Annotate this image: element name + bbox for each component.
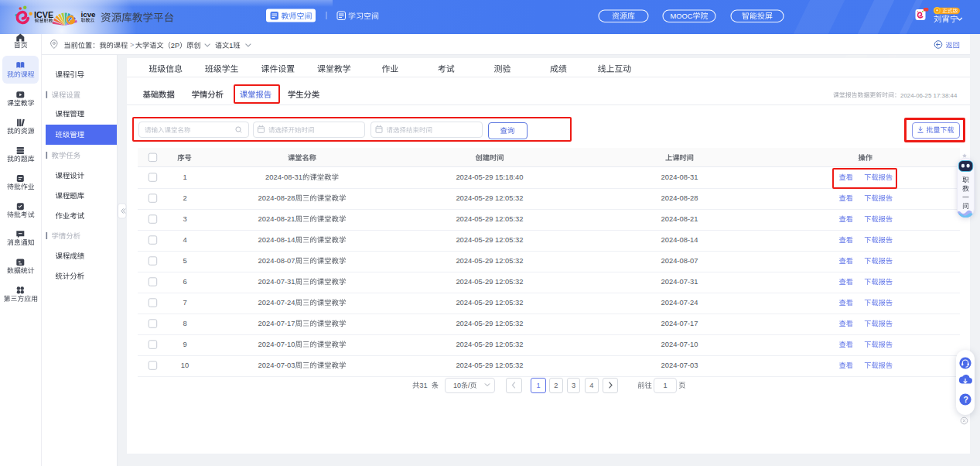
svg-text:10: 10 (181, 361, 189, 369)
svg-text:2024-05-29 12:05:32: 2024-05-29 12:05:32 (456, 214, 523, 223)
svg-text:2024-07-17: 2024-07-17 (258, 319, 295, 327)
svg-text:2024-08-14: 2024-08-14 (258, 235, 295, 244)
svg-text:2024-05-29 12:05:32: 2024-05-29 12:05:32 (456, 277, 523, 286)
svg-text:2024-05-29 12:05:32: 2024-05-29 12:05:32 (456, 194, 523, 202)
svg-text:>: > (130, 41, 134, 49)
svg-text:1: 1 (663, 382, 667, 389)
svg-text:2024-07-24: 2024-07-24 (661, 298, 698, 307)
svg-text:2024-08-31: 2024-08-31 (661, 173, 698, 181)
svg-text:2: 2 (183, 194, 186, 202)
svg-text:2024-08-07: 2024-08-07 (661, 256, 698, 265)
svg-text:3: 3 (183, 214, 186, 223)
svg-text:4: 4 (589, 382, 593, 389)
svg-text:2024-05-29 12:05:32: 2024-05-29 12:05:32 (456, 235, 523, 244)
svg-text:2024-07-03: 2024-07-03 (258, 361, 295, 369)
svg-text:31: 31 (419, 382, 427, 389)
svg-text:2024-07-10: 2024-07-10 (258, 340, 295, 348)
svg-text:ICVE: ICVE (34, 10, 53, 19)
svg-text:2024-07-17: 2024-07-17 (661, 319, 698, 327)
svg-text:2024-08-31: 2024-08-31 (265, 173, 302, 181)
svg-text:MOOC: MOOC (671, 12, 693, 20)
svg-text:5: 5 (183, 256, 186, 265)
svg-text:2024-05-29 12:05:32: 2024-05-29 12:05:32 (456, 298, 523, 307)
svg-text:8: 8 (183, 319, 186, 327)
svg-text:?: ? (964, 395, 968, 404)
svg-text:6: 6 (183, 277, 186, 286)
svg-text:2P: 2P (171, 42, 179, 50)
svg-text:2024-07-10: 2024-07-10 (661, 340, 698, 348)
svg-text:1: 1 (229, 42, 233, 50)
svg-text:2024-05-29 12:05:32: 2024-05-29 12:05:32 (456, 319, 523, 327)
svg-text:2024-05-29 12:05:32: 2024-05-29 12:05:32 (456, 340, 523, 348)
svg-text:2024-05-29 12:05:32: 2024-05-29 12:05:32 (456, 361, 523, 369)
svg-text:2024-08-07: 2024-08-07 (258, 256, 295, 265)
svg-text:2024-07-24: 2024-07-24 (258, 298, 295, 307)
svg-text:2: 2 (554, 382, 558, 389)
svg-text:2024-07-31: 2024-07-31 (258, 277, 295, 286)
svg-text:7: 7 (183, 298, 186, 307)
svg-text:2024-08-21: 2024-08-21 (661, 214, 698, 223)
svg-text:2024-05-29 15:18:40: 2024-05-29 15:18:40 (456, 173, 523, 181)
svg-text:2024-08-14: 2024-08-14 (661, 235, 698, 244)
svg-text:/: / (468, 382, 470, 389)
svg-text:10: 10 (453, 382, 461, 389)
svg-text:3: 3 (572, 382, 575, 389)
svg-text:2024-05-29 12:05:32: 2024-05-29 12:05:32 (456, 256, 523, 265)
svg-text:1: 1 (537, 382, 541, 389)
svg-text:2024-08-28: 2024-08-28 (661, 194, 698, 202)
svg-text:1: 1 (183, 173, 186, 181)
svg-text:2024-08-28: 2024-08-28 (258, 194, 295, 202)
svg-text:icve: icve (81, 10, 97, 19)
svg-text:2024-06-25 17:38:44: 2024-06-25 17:38:44 (900, 92, 958, 99)
svg-text:9: 9 (183, 340, 186, 348)
svg-text:2024-07-03: 2024-07-03 (661, 361, 698, 369)
svg-text:2024-07-31: 2024-07-31 (661, 277, 698, 286)
svg-text:4: 4 (183, 235, 186, 244)
svg-text:2024-08-21: 2024-08-21 (258, 214, 295, 223)
